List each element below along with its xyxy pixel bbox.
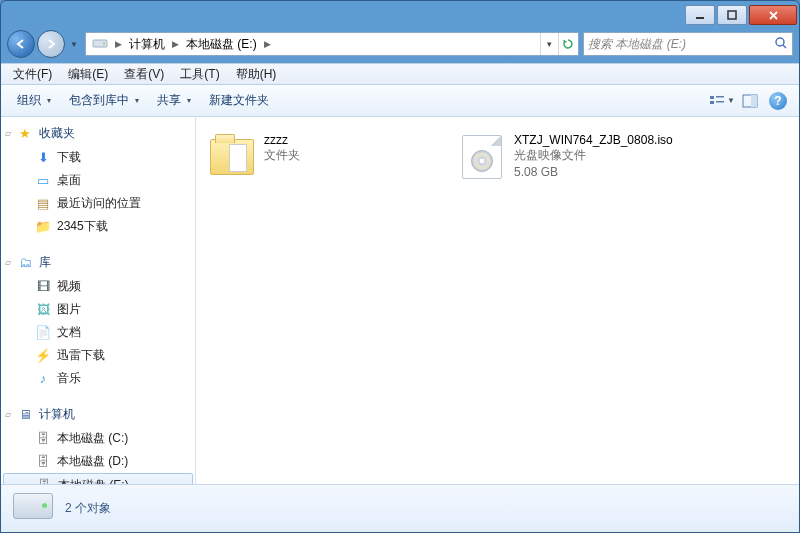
sidebar-item-desktop[interactable]: ▭桌面 <box>1 169 195 192</box>
file-name: XTZJ_WIN764_ZJB_0808.iso <box>514 133 673 147</box>
address-controls: ▾ <box>540 33 576 55</box>
breadcrumb-drive-e[interactable]: 本地磁盘 (E:) <box>182 36 261 53</box>
sidebar-item-pictures[interactable]: 🖼图片 <box>1 298 195 321</box>
folder-large-icon <box>208 133 256 181</box>
svg-rect-7 <box>710 101 714 104</box>
folder-icon: 📁 <box>35 219 51 235</box>
menu-help[interactable]: 帮助(H) <box>228 64 285 85</box>
file-meta: XTZJ_WIN764_ZJB_0808.iso 光盘映像文件 5.08 GB <box>514 133 673 181</box>
navigation-pane[interactable]: ▱ ★ 收藏夹 ⬇下载 ▭桌面 ▤最近访问的位置 📁2345下载 ▱ 🗂 库 🎞… <box>1 117 196 484</box>
chevron-right-icon[interactable]: ▶ <box>112 39 125 49</box>
view-options-button[interactable]: ▼ <box>709 89 735 113</box>
sidebar-item-recent[interactable]: ▤最近访问的位置 <box>1 192 195 215</box>
computer-group: ▱ 🖥 计算机 🗄本地磁盘 (C:) 🗄本地磁盘 (D:) 🗄本地磁盘 (E:) <box>1 404 195 484</box>
sidebar-item-label: 音乐 <box>57 370 81 387</box>
pictures-icon: 🖼 <box>35 302 51 318</box>
share-button[interactable]: 共享 <box>149 88 199 113</box>
download-icon: ⬇ <box>35 150 51 166</box>
sidebar-item-label: 文档 <box>57 324 81 341</box>
sidebar-item-drive-e[interactable]: 🗄本地磁盘 (E:) <box>3 473 193 484</box>
maximize-icon <box>727 10 737 20</box>
minimize-icon <box>695 10 705 20</box>
file-name: zzzz <box>264 133 300 147</box>
svg-point-4 <box>776 38 784 46</box>
address-dropdown[interactable]: ▾ <box>540 33 558 55</box>
libraries-label: 库 <box>39 254 51 271</box>
search-icon <box>774 36 788 53</box>
recent-icon: ▤ <box>35 196 51 212</box>
status-text: 2 个对象 <box>65 500 111 517</box>
sidebar-item-music[interactable]: ♪音乐 <box>1 367 195 390</box>
svg-line-5 <box>783 45 786 48</box>
collapse-icon[interactable]: ▱ <box>5 410 11 419</box>
explorer-window: ▼ ▶ 计算机 ▶ 本地磁盘 (E:) ▶ ▾ 搜索 本地磁盘 (E:) <box>0 0 800 533</box>
forward-button[interactable] <box>37 30 65 58</box>
file-meta: zzzz 文件夹 <box>264 133 300 164</box>
computer-header[interactable]: ▱ 🖥 计算机 <box>1 404 195 427</box>
star-icon: ★ <box>17 126 33 142</box>
organize-button[interactable]: 组织 <box>9 88 59 113</box>
nav-history-dropdown[interactable]: ▼ <box>67 34 81 54</box>
sidebar-item-label: 图片 <box>57 301 81 318</box>
minimize-button[interactable] <box>685 5 715 25</box>
file-list[interactable]: zzzz 文件夹 XTZJ_WIN764_ZJB_0808.iso 光盘映像文件… <box>196 117 799 484</box>
sidebar-item-label: 最近访问的位置 <box>57 195 141 212</box>
svg-rect-1 <box>728 11 736 19</box>
favorites-header[interactable]: ▱ ★ 收藏夹 <box>1 123 195 146</box>
help-button[interactable]: ? <box>765 89 791 113</box>
sidebar-item-drive-c[interactable]: 🗄本地磁盘 (C:) <box>1 427 195 450</box>
collapse-icon[interactable]: ▱ <box>5 129 11 138</box>
file-item-iso[interactable]: XTZJ_WIN764_ZJB_0808.iso 光盘映像文件 5.08 GB <box>452 129 702 185</box>
include-in-library-button[interactable]: 包含到库中 <box>61 88 147 113</box>
thunder-icon: ⚡ <box>35 348 51 364</box>
video-icon: 🎞 <box>35 279 51 295</box>
sidebar-item-drive-d[interactable]: 🗄本地磁盘 (D:) <box>1 450 195 473</box>
command-bar: 组织 包含到库中 共享 新建文件夹 ▼ ? <box>1 85 799 117</box>
new-folder-button[interactable]: 新建文件夹 <box>201 88 277 113</box>
search-box[interactable]: 搜索 本地磁盘 (E:) <box>583 32 793 56</box>
file-item-folder[interactable]: zzzz 文件夹 <box>202 129 452 185</box>
libraries-group: ▱ 🗂 库 🎞视频 🖼图片 📄文档 ⚡迅雷下载 ♪音乐 <box>1 252 195 390</box>
computer-icon: 🖥 <box>17 407 33 423</box>
sidebar-item-videos[interactable]: 🎞视频 <box>1 275 195 298</box>
svg-rect-9 <box>716 101 724 103</box>
menu-file[interactable]: 文件(F) <box>5 64 60 85</box>
libraries-header[interactable]: ▱ 🗂 库 <box>1 252 195 275</box>
refresh-icon <box>562 38 574 50</box>
sidebar-item-2345[interactable]: 📁2345下载 <box>1 215 195 238</box>
refresh-button[interactable] <box>558 33 576 55</box>
search-placeholder: 搜索 本地磁盘 (E:) <box>588 36 774 53</box>
close-icon <box>768 10 779 21</box>
breadcrumb-root-icon[interactable] <box>88 37 112 52</box>
breadcrumb-computer[interactable]: 计算机 <box>125 36 169 53</box>
sidebar-item-label: 本地磁盘 (C:) <box>57 430 128 447</box>
file-type: 文件夹 <box>264 147 300 164</box>
maximize-button[interactable] <box>717 5 747 25</box>
close-button[interactable] <box>749 5 797 25</box>
drive-icon: 🗄 <box>36 478 52 485</box>
svg-rect-6 <box>710 96 714 99</box>
view-options-icon <box>709 94 725 108</box>
sidebar-item-label: 下载 <box>57 149 81 166</box>
preview-pane-button[interactable] <box>737 89 763 113</box>
sidebar-item-downloads[interactable]: ⬇下载 <box>1 146 195 169</box>
svg-point-3 <box>103 42 105 44</box>
sidebar-item-label: 视频 <box>57 278 81 295</box>
documents-icon: 📄 <box>35 325 51 341</box>
music-icon: ♪ <box>35 371 51 387</box>
menu-tools[interactable]: 工具(T) <box>172 64 227 85</box>
sidebar-item-label: 桌面 <box>57 172 81 189</box>
chevron-right-icon[interactable]: ▶ <box>169 39 182 49</box>
drive-icon: 🗄 <box>35 431 51 447</box>
chevron-right-icon[interactable]: ▶ <box>261 39 274 49</box>
back-button[interactable] <box>7 30 35 58</box>
sidebar-item-thunder[interactable]: ⚡迅雷下载 <box>1 344 195 367</box>
address-bar[interactable]: ▶ 计算机 ▶ 本地磁盘 (E:) ▶ ▾ <box>85 32 579 56</box>
iso-large-icon <box>458 133 506 181</box>
computer-label: 计算机 <box>39 406 75 423</box>
menu-edit[interactable]: 编辑(E) <box>60 64 116 85</box>
sidebar-item-label: 本地磁盘 (E:) <box>58 477 129 484</box>
menu-view[interactable]: 查看(V) <box>116 64 172 85</box>
collapse-icon[interactable]: ▱ <box>5 258 11 267</box>
sidebar-item-documents[interactable]: 📄文档 <box>1 321 195 344</box>
